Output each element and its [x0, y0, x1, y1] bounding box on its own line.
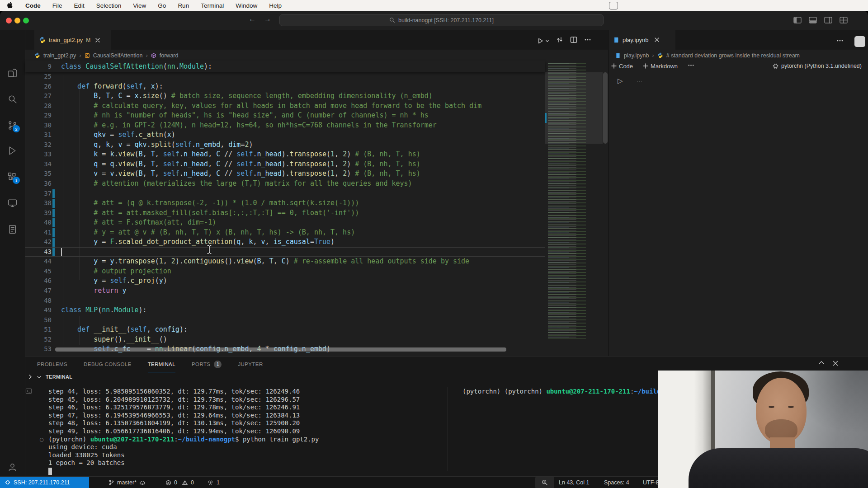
menu-item-code[interactable]: Code — [25, 2, 41, 9]
breadcrumb-method[interactable]: forward — [160, 52, 179, 59]
kernel-picker[interactable]: pytorchn (Python 3.1.undefined) — [773, 63, 862, 69]
code-line-45[interactable]: 45 # output projection — [25, 267, 545, 277]
notebook-more-actions-icon[interactable] — [836, 37, 844, 46]
search-sidebar-icon[interactable] — [7, 94, 18, 105]
menu-item-view[interactable]: View — [133, 2, 146, 9]
menubar-status-icon[interactable] — [609, 2, 618, 9]
jupyter-notebook-icon[interactable] — [7, 224, 18, 235]
toggle-panel-icon[interactable] — [809, 17, 817, 26]
minimap-slider[interactable] — [545, 72, 603, 144]
toggle-secondary-sidebar-icon[interactable] — [824, 17, 832, 26]
remote-ssh-indicator[interactable]: SSH: 207.211.170.211 — [0, 477, 89, 488]
code-line-41[interactable]: 41 # y = att @ v # (B, nh, T, T) x (B, n… — [25, 228, 545, 238]
code-line-31[interactable]: 31 qkv = self.c_attn(x) — [25, 130, 545, 140]
code-line-49[interactable]: 49class MLP(nn.Module): — [25, 305, 545, 315]
panel-tab-terminal[interactable]: TERMINAL — [148, 356, 175, 372]
close-window-button[interactable] — [6, 18, 12, 23]
code-line-33[interactable]: 33 k = k.view(B, T, self.n_head, C // se… — [25, 150, 545, 160]
run-dropdown-icon[interactable] — [545, 39, 549, 43]
code-line-51[interactable]: 51 def __init__(self, config): — [25, 325, 545, 335]
code-line-52[interactable]: 52 super().__init__() — [25, 335, 545, 345]
apple-menu-icon[interactable] — [7, 2, 14, 9]
menu-item-edit[interactable]: Edit — [74, 2, 85, 9]
panel-tab-problems[interactable]: PROBLEMS — [37, 356, 67, 372]
tab-play-ipynb[interactable]: play.ipynb — [609, 30, 675, 50]
menu-item-help[interactable]: Help — [269, 2, 282, 9]
menu-item-selection[interactable]: Selection — [96, 2, 122, 9]
git-branch-indicator[interactable]: master* — [108, 477, 146, 488]
breadcrumb-file[interactable]: play.ipynb — [624, 52, 649, 59]
terminal-instance-icon[interactable] — [25, 388, 32, 396]
code-line-37[interactable]: 37 — [25, 189, 545, 199]
breadcrumb-file[interactable]: train_gpt2.py — [43, 52, 76, 59]
sticky-scroll-line[interactable]: 9 class CausalSelfAttention(nn.Module): — [25, 61, 545, 72]
code-line-47[interactable]: 47 return y — [25, 286, 545, 296]
add-markdown-cell-button[interactable]: Markdown — [643, 63, 678, 70]
add-code-cell-button[interactable]: Code — [611, 63, 633, 70]
terminal-output-split[interactable]: ○ (pytorchn) (pytorchn) ubuntu@207-211-1… — [462, 388, 666, 396]
code-line-26[interactable]: 26 def forward(self, x): — [25, 82, 545, 92]
code-line-29[interactable]: 29 # nh is "number of heads", hs is "hea… — [25, 111, 545, 121]
forward-arrow-icon[interactable]: → — [264, 15, 271, 23]
chevron-right-icon[interactable] — [28, 375, 33, 379]
code-line-44[interactable]: 44 y = y.transpose(1, 2).contiguous().vi… — [25, 257, 545, 267]
sync-cloud-icon[interactable] — [139, 480, 146, 486]
run-debug-icon[interactable] — [7, 145, 18, 156]
code-line-36[interactable]: 36 # attention (materializes the large (… — [25, 179, 545, 189]
maximize-window-button[interactable] — [23, 18, 29, 23]
remote-explorer-icon[interactable] — [7, 197, 18, 209]
code-line-34[interactable]: 34 q = q.view(B, T, self.n_head, C // se… — [25, 160, 545, 169]
zoom-status-icon[interactable] — [535, 477, 554, 488]
minimize-window-button[interactable] — [14, 18, 20, 23]
code-line-25[interactable]: 25 — [25, 72, 545, 82]
notebook-widget-icon[interactable] — [854, 36, 865, 47]
code-line-30[interactable]: 30 # e.g. in GPT-2 (124M), n_head=12, hs… — [25, 121, 545, 131]
code-line-27[interactable]: 27 B, T, C = x.size() # batch size, sequ… — [25, 91, 545, 101]
terminal-split-divider[interactable] — [448, 387, 448, 471]
ports-indicator[interactable]: 1 — [207, 477, 220, 488]
back-arrow-icon[interactable]: ← — [249, 15, 256, 23]
code-line-50[interactable]: 50 — [25, 315, 545, 325]
toggle-sidebar-icon[interactable] — [793, 17, 802, 26]
code-line-39[interactable]: 39 # att = att.masked_fill(self.bias[:,:… — [25, 208, 545, 218]
command-center-search[interactable]: build-nanogpt [SSH: 207.211.170.211] — [279, 14, 604, 26]
maximize-panel-icon[interactable] — [818, 360, 825, 368]
code-line-42[interactable]: 42 y = F.scaled_dot_product_attention(q,… — [25, 237, 545, 247]
code-line-46[interactable]: 46 y = self.c_proj(y) — [25, 276, 545, 286]
editor-group-divider[interactable] — [608, 30, 609, 356]
more-actions-icon[interactable] — [584, 36, 591, 45]
close-tab-icon[interactable] — [95, 38, 100, 42]
menu-item-file[interactable]: File — [52, 2, 62, 9]
explorer-icon[interactable] — [7, 67, 18, 79]
code-editor[interactable]: 2526 def forward(self, x):27 B, T, C = x… — [25, 72, 545, 354]
open-changes-icon[interactable] — [556, 36, 563, 45]
panel-tab-ports[interactable]: PORTS1 — [192, 356, 222, 372]
split-editor-icon[interactable] — [570, 36, 577, 45]
panel-tab-debug-console[interactable]: DEBUG CONSOLE — [84, 356, 132, 372]
problems-indicator[interactable]: 0 0 — [165, 477, 194, 488]
menu-item-terminal[interactable]: Terminal — [201, 2, 224, 9]
code-line-28[interactable]: 28 # calculate query, key, values for al… — [25, 101, 545, 111]
code-line-43[interactable]: 43 — [25, 247, 545, 257]
code-line-35[interactable]: 35 v = v.view(B, T, self.n_head, C // se… — [25, 169, 545, 179]
indentation-indicator[interactable]: Spaces: 4 — [604, 477, 629, 488]
menu-item-go[interactable]: Go — [158, 2, 166, 9]
code-line-32[interactable]: 32 q, k, v = qkv.split(self.n_embd, dim=… — [25, 140, 545, 150]
close-tab-icon[interactable] — [655, 38, 659, 42]
terminal-output[interactable]: step 44, loss: 5.985895156860352, dt: 12… — [48, 388, 319, 467]
cursor-position-indicator[interactable]: Ln 43, Col 1 — [559, 477, 589, 488]
run-python-file-button[interactable] — [537, 38, 549, 44]
tab-train-gpt2[interactable]: train_gpt2.py M — [34, 30, 111, 50]
close-panel-icon[interactable] — [833, 360, 838, 368]
menu-item-run[interactable]: Run — [178, 2, 189, 9]
encoding-indicator[interactable]: UTF-8 — [643, 477, 659, 488]
chevron-down-icon[interactable] — [37, 375, 42, 380]
run-cell-icon[interactable]: ▷ — [618, 77, 623, 85]
code-line-40[interactable]: 40 # att = F.softmax(att, dim=-1) — [25, 218, 545, 228]
panel-tab-jupyter[interactable]: JUPYTER — [238, 356, 263, 372]
code-line-48[interactable]: 48 — [25, 296, 545, 306]
code-line-38[interactable]: 38 # att = (q @ k.transpose(-2, -1)) * (… — [25, 198, 545, 208]
notebook-toolbar-more-icon[interactable] — [688, 62, 694, 70]
customize-layout-icon[interactable] — [840, 17, 848, 26]
breadcrumb-cell[interactable]: # standard deviation grows inside the re… — [666, 52, 800, 59]
